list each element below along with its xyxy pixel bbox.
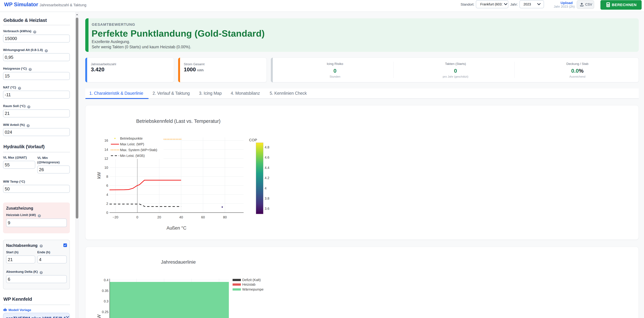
svg-text:−20: −20 [112, 215, 118, 219]
svg-text:0.35: 0.35 [102, 289, 108, 293]
svg-text:4: 4 [106, 193, 108, 197]
svg-text:0.4: 0.4 [104, 278, 108, 282]
svg-text:3.6: 3.6 [264, 207, 269, 210]
svg-text:2: 2 [106, 202, 108, 206]
svg-text:Jahresdauerlinie: Jahresdauerlinie [161, 259, 196, 265]
svg-text:6: 6 [106, 184, 108, 187]
svg-text:4.4: 4.4 [264, 166, 269, 170]
svg-text:4.6: 4.6 [264, 156, 269, 159]
svg-text:0: 0 [136, 215, 138, 219]
svg-text:Max. System (WP+Stab): Max. System (WP+Stab) [120, 148, 157, 152]
svg-text:80: 80 [223, 215, 227, 219]
svg-text:Min Leist. (W35): Min Leist. (W35) [120, 154, 145, 158]
svg-text:Heizstab: Heizstab [242, 283, 256, 286]
svg-text:4.8: 4.8 [264, 145, 269, 149]
svg-text:60: 60 [201, 215, 205, 219]
svg-text:4.2: 4.2 [264, 176, 269, 180]
svg-text:20: 20 [157, 215, 161, 219]
svg-text:0.25: 0.25 [102, 310, 108, 314]
svg-text:COP: COP [249, 138, 257, 142]
svg-text:10: 10 [104, 166, 108, 169]
svg-text:16: 16 [104, 139, 108, 142]
svg-text:Defizit (Kalt): Defizit (Kalt) [242, 278, 261, 282]
svg-text:Betriebskennfeld (Last vs. Tem: Betriebskennfeld (Last vs. Temperatur) [136, 118, 220, 124]
svg-text:8: 8 [106, 175, 108, 178]
svg-text:Außen °C: Außen °C [166, 226, 186, 231]
svg-text:kW: kW [96, 172, 102, 179]
svg-text:3.8: 3.8 [264, 197, 269, 200]
svg-text:Max Leist. (WP): Max Leist. (WP) [120, 142, 144, 146]
svg-text:12: 12 [104, 157, 108, 160]
svg-text:14: 14 [104, 148, 108, 151]
svg-text:0.3: 0.3 [104, 299, 108, 303]
svg-text:Betriebspunkte: Betriebspunkte [120, 137, 142, 140]
svg-text:Wärmepumpe: Wärmepumpe [242, 288, 264, 291]
svg-text:40: 40 [179, 215, 183, 219]
svg-text:kW: kW [96, 315, 102, 318]
svg-text:4: 4 [264, 186, 266, 190]
svg-text:0: 0 [106, 211, 108, 215]
